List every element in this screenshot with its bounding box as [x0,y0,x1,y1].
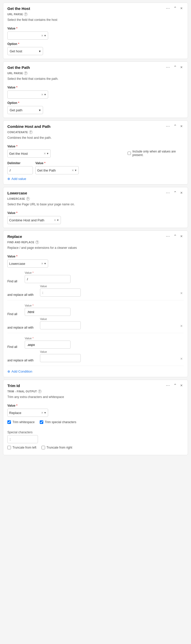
replace-with-label-0: and replace all with [7,293,38,297]
add-condition-btn[interactable]: ⊕ Add Condition [7,370,32,373]
replace-find-input-0[interactable] [25,275,71,283]
combine-actions: ⋯ ⌃ × [165,124,184,129]
trim-whitespace-checkbox[interactable] [7,420,11,424]
get-the-host-value-input[interactable] [9,34,41,38]
trim-special-checkbox[interactable] [40,420,43,424]
get-the-path-option-select[interactable]: Get path ▾ [7,106,43,114]
replace-find-input-1[interactable] [25,308,71,316]
replace-header: Replace ⋯ ⌃ × [3,231,188,240]
trim-value-clear[interactable]: × [41,411,44,415]
get-the-host-close-btn[interactable]: × [179,6,184,11]
trim-row-2: Truncate from left Truncate from right [7,446,184,451]
combine-checkbox-label[interactable]: Include only when all values are present… [128,150,184,157]
trim-collapse-btn[interactable]: ⌃ [172,383,178,388]
replace-condition-0: Find all Value * and replace all with Va… [7,271,184,300]
trim-close-btn[interactable]: × [179,383,184,388]
get-the-path-help-icon[interactable]: ? [24,71,28,75]
lowercase-close-btn[interactable]: × [179,190,184,195]
combine-badge: CONCATENATE ? [3,130,188,135]
replace-remove-btn-0[interactable]: × [179,290,184,297]
trim-value-label: Value * [7,404,184,407]
combine-checkbox[interactable] [128,151,131,155]
replace-more-btn[interactable]: ⋯ [165,234,171,239]
get-the-path-value-input[interactable] [9,93,41,97]
get-the-path-option-label: Option * [7,101,184,105]
lowercase-actions: ⋯ ⌃ × [165,190,184,195]
lowercase-value-label: Value * [7,211,184,215]
trim-actions: ⋯ ⌃ × [165,383,184,388]
get-the-host-option-select[interactable]: Get host ▾ [7,47,43,55]
trim-special-chars-input[interactable] [7,435,38,443]
combine-value1-select[interactable]: Get the Host × ▾ [7,149,51,158]
get-the-host-value-label: Value * [7,27,184,30]
trim-options: Trim whitespace Trim special characters … [7,420,184,451]
get-the-path-actions: ⋯ ⌃ × [165,65,184,70]
trim-help-icon[interactable]: ? [38,390,42,393]
get-the-host-value-select[interactable]: × ▾ [7,32,48,40]
get-the-path-collapse-btn[interactable]: ⌃ [172,65,178,70]
get-the-host-value-chevron[interactable]: ▾ [44,34,46,37]
trim-whitespace-label[interactable]: Trim whitespace [7,420,35,424]
get-the-path-badge: URL PARSE ? [3,71,188,76]
combine-value1-clear[interactable]: × [43,151,46,156]
replace-remove-btn-2[interactable]: × [179,356,184,362]
replace-help-icon[interactable]: ? [35,240,39,244]
replace-collapse-btn[interactable]: ⌃ [172,234,178,239]
replace-desc: Replace / and page extensions for a clea… [3,245,188,252]
lowercase-body: Value * Combine Host and Path × ▾ [3,209,188,228]
combine-more-btn[interactable]: ⋯ [165,124,171,129]
replace-remove-btn-1[interactable]: × [179,323,184,329]
combine-value1-chevron[interactable]: ▾ [46,152,49,155]
trim-truncate-right-label[interactable]: Truncate from right [42,446,72,449]
get-the-host-collapse-btn[interactable]: ⌃ [172,6,178,11]
get-the-path-value-clear[interactable]: × [41,93,44,97]
lowercase-value-clear[interactable]: × [53,218,57,222]
combine-value1-group: Value * Get the Host × ▾ [7,145,51,158]
replace-with-input-0[interactable] [40,288,81,297]
replace-with-label-1: and replace all with [7,326,38,329]
get-the-path-value-select[interactable]: × ▾ [7,90,48,99]
combine-add-value-btn[interactable]: ⊕ Add value [7,177,26,181]
combine-value2-clear[interactable]: × [71,168,74,172]
get-the-host-card: Get the Host ⋯ ⌃ × URL PARSE ? Select th… [3,3,188,59]
trim-more-btn[interactable]: ⋯ [165,383,171,388]
lowercase-value-chevron[interactable]: ▾ [57,218,59,222]
combine-delimiter-input[interactable] [7,166,33,174]
replace-close-btn[interactable]: × [179,234,184,239]
combine-value2-chevron[interactable]: ▾ [74,168,77,172]
lowercase-more-btn[interactable]: ⋯ [165,190,171,195]
combine-header: Combine Host and Path ⋯ ⌃ × [3,121,188,130]
replace-with-input-2[interactable] [40,354,81,362]
trim-truncate-left-checkbox[interactable] [7,446,11,449]
replace-value-chevron[interactable]: ▾ [44,262,46,265]
trim-value-chevron[interactable]: ▾ [44,411,46,415]
get-the-path-value-chevron[interactable]: ▾ [44,93,46,96]
replace-value-clear[interactable]: × [41,262,44,266]
trim-value-select[interactable]: Replace × ▾ [7,409,48,417]
get-the-host-more-btn[interactable]: ⋯ [165,6,171,11]
combine-delimiter-group: Delimiter [7,161,33,174]
combine-help-icon[interactable]: ? [29,130,33,134]
replace-actions: ⋯ ⌃ × [165,234,184,239]
lowercase-collapse-btn[interactable]: ⌃ [172,190,178,195]
replace-value-select[interactable]: Lowercase × ▾ [7,259,48,268]
trim-special-label[interactable]: Trim special characters [40,420,76,424]
replace-with-input-1[interactable] [40,321,81,329]
add-condition-icon: ⊕ [7,370,10,373]
combine-collapse-btn[interactable]: ⌃ [172,124,178,129]
combine-value1-label: Value * [7,145,51,148]
get-the-host-help-icon[interactable]: ? [24,12,28,16]
replace-find-input-2[interactable] [25,341,71,349]
combine-close-btn[interactable]: × [179,124,184,129]
lowercase-help-icon[interactable]: ? [26,197,30,201]
get-the-path-close-btn[interactable]: × [179,65,184,70]
trim-truncate-left-label[interactable]: Truncate from left [7,446,36,449]
get-the-host-value-clear[interactable]: × [41,34,44,38]
replace-title: Replace [7,234,22,239]
get-the-path-header: Get the Path ⋯ ⌃ × [3,62,188,71]
get-the-path-more-btn[interactable]: ⋯ [165,65,171,70]
combine-value2-select[interactable]: Get the Path × ▾ [35,166,79,174]
lowercase-value-select[interactable]: Combine Host and Path × ▾ [7,216,61,224]
trim-truncate-right-checkbox[interactable] [42,446,45,449]
trim-special-chars-label: Special characters [7,431,184,434]
